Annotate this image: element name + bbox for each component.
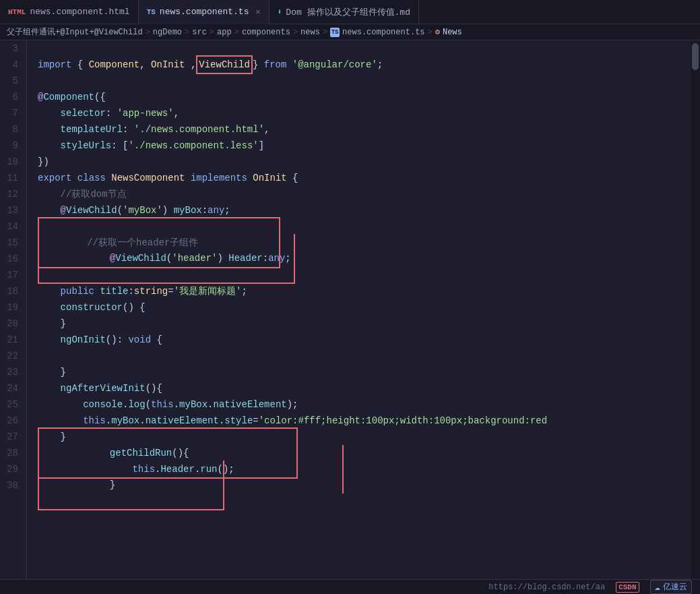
breadcrumb-item-8: News [443, 28, 462, 37]
code-line-11: export class NewsComponent implements On… [38, 170, 700, 186]
close-icon[interactable]: ✕ [255, 7, 260, 17]
code-line-24: ngAfterViewInit(){ [38, 380, 700, 396]
code-content: import { Component, OnInit ,ViewChild} f… [27, 40, 700, 594]
yisuyun-logo: ☁ 亿速云 [650, 580, 692, 594]
code-line-9: styleUrls: ['./news.component.less'] [38, 138, 700, 154]
code-line-19: constructor() { [38, 299, 700, 316]
md-icon: ⬇ [278, 7, 282, 16]
code-line-4: import { Component, OnInit ,ViewChild} f… [38, 57, 700, 73]
editor-area: 3 4 5 6 7 8 9 10 11 12 13 14 15 16 17 18… [0, 40, 700, 594]
code-line-5 [38, 73, 700, 89]
code-line-6: @Component({ [38, 89, 700, 105]
tab-html-label: news.component.html [30, 7, 129, 17]
tab-ts-label: news.component.ts [160, 7, 249, 17]
code-line-10: }) [38, 154, 700, 170]
code-line-13: @ViewChild('myBox') myBox:any; [38, 202, 700, 218]
bottom-bar: https://blog.csdn.net/aa CSDN ☁ 亿速云 [0, 579, 700, 594]
tab-ts[interactable]: TS news.component.ts ✕ [139, 0, 269, 24]
ts-breadcrumb-icon: TS [330, 28, 340, 37]
code-line-25: console.log(this.myBox.nativeElement); [38, 396, 700, 413]
breadcrumb-item-5: components [242, 28, 290, 37]
breadcrumb: 父子组件通讯+@Input+@ViewChild > ngDemo > src … [0, 24, 700, 40]
breadcrumb-item-6: news [300, 28, 320, 37]
breadcrumb-item-3: src [192, 28, 207, 37]
tab-md[interactable]: ⬇ Dom 操作以及父子组件传值.md [269, 0, 419, 24]
code-line-7: selector: 'app-news', [38, 105, 700, 121]
breadcrumb-item-2: ngDemo [153, 28, 182, 37]
code-line-21: ngOnInit(): void { [38, 332, 700, 348]
breadcrumb-item-4: app [217, 28, 232, 37]
ts-icon: TS [147, 8, 156, 16]
breadcrumb-item-1: 父子组件通讯+@Input+@ViewChild [7, 26, 143, 38]
tab-md-label: Dom 操作以及父子组件传值.md [286, 6, 410, 18]
csdn-url: https://blog.csdn.net/aa [488, 583, 605, 592]
html-icon: HTML [8, 8, 26, 16]
code-line-26: this.myBox.nativeElement.style='color:#f… [38, 413, 700, 429]
scrollbar[interactable] [691, 40, 700, 594]
breadcrumb-item-7: news.component.ts [342, 28, 424, 37]
code-line-23: } [38, 364, 700, 380]
code-line-12: //获取dom节点 [38, 186, 700, 202]
code-line-20: } [38, 316, 700, 332]
breadcrumb-icon-component: ⚙ [435, 27, 440, 37]
line-numbers: 3 4 5 6 7 8 9 10 11 12 13 14 15 16 17 18… [0, 40, 27, 594]
scrollbar-thumb[interactable] [692, 43, 699, 70]
code-line-3 [38, 40, 700, 57]
tab-html[interactable]: HTML news.component.html [0, 0, 139, 24]
tabs-bar: HTML news.component.html TS news.compone… [0, 0, 700, 24]
code-line-22 [38, 348, 700, 364]
code-line-30: } [38, 477, 700, 494]
code-line-15: //获取一个header子组件 [38, 235, 700, 251]
yisuyun-label: 亿速云 [663, 581, 687, 593]
csdn-logo: CSDN [616, 582, 639, 593]
code-line-8: templateUrl: './news.component.html', [38, 121, 700, 138]
code-line-18: public title:string='我是新闻标题'; [38, 283, 700, 299]
